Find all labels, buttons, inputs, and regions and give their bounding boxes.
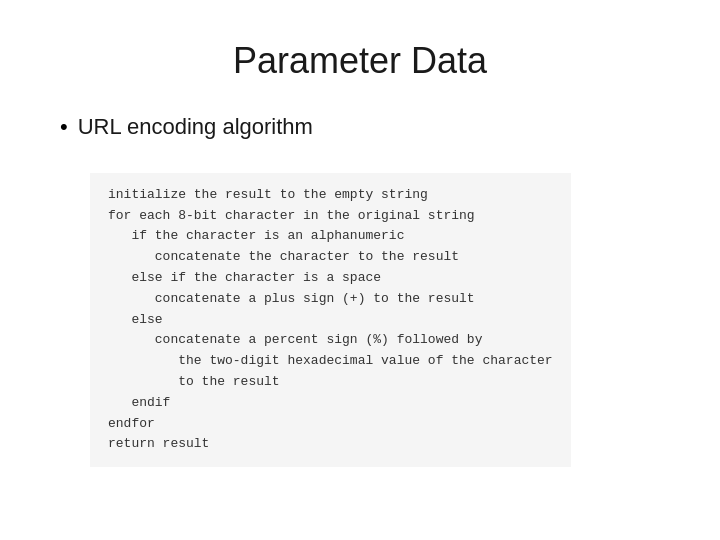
content-area: • URL encoding algorithm initialize the … (60, 112, 660, 467)
bullet-item-url-encoding: • URL encoding algorithm (60, 112, 313, 143)
bullet-dot: • (60, 112, 68, 143)
code-block: initialize the result to the empty strin… (90, 173, 571, 467)
page-title: Parameter Data (233, 40, 487, 82)
bullet-text-url-encoding: URL encoding algorithm (78, 112, 313, 143)
